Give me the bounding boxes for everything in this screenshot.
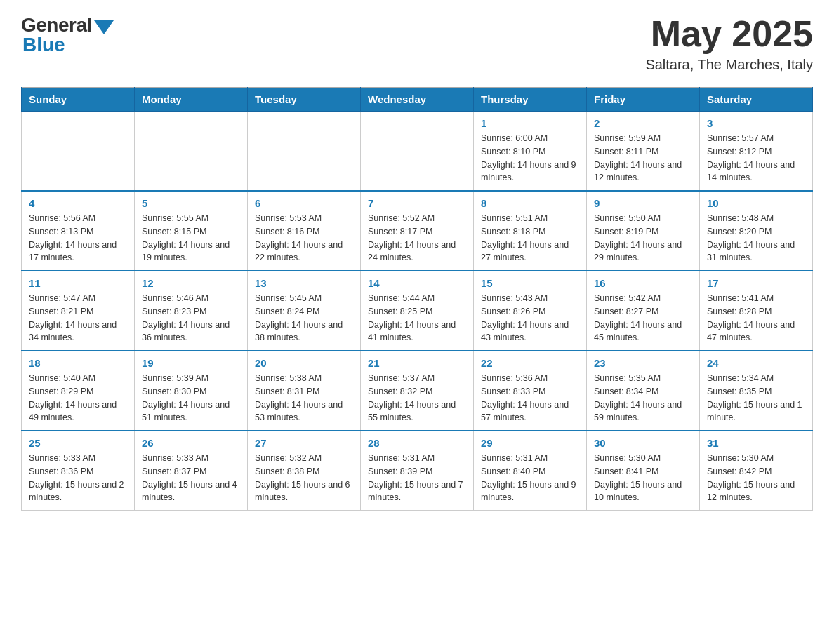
calendar-table: SundayMondayTuesdayWednesdayThursdayFrid… (21, 87, 813, 511)
header-cell-wednesday: Wednesday (361, 88, 474, 112)
calendar-cell: 22Sunrise: 5:36 AMSunset: 8:33 PMDayligh… (474, 351, 587, 431)
location-text: Saltara, The Marches, Italy (645, 57, 813, 73)
logo: General Blue (21, 14, 114, 56)
calendar-cell: 2Sunrise: 5:59 AMSunset: 8:11 PMDaylight… (587, 112, 700, 192)
calendar-cell: 6Sunrise: 5:53 AMSunset: 8:16 PMDaylight… (248, 191, 361, 271)
calendar-cell: 14Sunrise: 5:44 AMSunset: 8:25 PMDayligh… (361, 271, 474, 351)
day-number: 30 (594, 437, 692, 449)
day-number: 21 (368, 357, 466, 369)
calendar-cell (135, 112, 248, 192)
day-number: 8 (481, 197, 579, 209)
day-number: 14 (368, 277, 466, 289)
day-number: 24 (707, 357, 805, 369)
calendar-cell: 30Sunrise: 5:30 AMSunset: 8:41 PMDayligh… (587, 431, 700, 511)
day-number: 27 (255, 437, 353, 449)
day-number: 19 (142, 357, 240, 369)
calendar-cell: 19Sunrise: 5:39 AMSunset: 8:30 PMDayligh… (135, 351, 248, 431)
day-info: Sunrise: 5:35 AMSunset: 8:34 PMDaylight:… (594, 372, 692, 424)
logo-arrow-icon (94, 20, 114, 34)
calendar-cell (361, 112, 474, 192)
calendar-cell: 26Sunrise: 5:33 AMSunset: 8:37 PMDayligh… (135, 431, 248, 511)
day-number: 1 (481, 117, 579, 129)
month-title: May 2025 (645, 14, 813, 54)
day-info: Sunrise: 5:51 AMSunset: 8:18 PMDaylight:… (481, 212, 579, 264)
calendar-cell: 12Sunrise: 5:46 AMSunset: 8:23 PMDayligh… (135, 271, 248, 351)
day-info: Sunrise: 5:31 AMSunset: 8:39 PMDaylight:… (368, 452, 466, 504)
day-number: 31 (707, 437, 805, 449)
calendar-cell: 17Sunrise: 5:41 AMSunset: 8:28 PMDayligh… (700, 271, 813, 351)
day-number: 10 (707, 197, 805, 209)
calendar-cell: 28Sunrise: 5:31 AMSunset: 8:39 PMDayligh… (361, 431, 474, 511)
day-number: 22 (481, 357, 579, 369)
day-info: Sunrise: 5:30 AMSunset: 8:42 PMDaylight:… (707, 452, 805, 504)
calendar-cell: 29Sunrise: 5:31 AMSunset: 8:40 PMDayligh… (474, 431, 587, 511)
day-number: 6 (255, 197, 353, 209)
day-number: 20 (255, 357, 353, 369)
calendar-week-4: 18Sunrise: 5:40 AMSunset: 8:29 PMDayligh… (22, 351, 813, 431)
day-number: 18 (29, 357, 127, 369)
day-info: Sunrise: 5:36 AMSunset: 8:33 PMDaylight:… (481, 372, 579, 424)
calendar-cell: 3Sunrise: 5:57 AMSunset: 8:12 PMDaylight… (700, 112, 813, 192)
calendar-cell: 15Sunrise: 5:43 AMSunset: 8:26 PMDayligh… (474, 271, 587, 351)
day-info: Sunrise: 5:53 AMSunset: 8:16 PMDaylight:… (255, 212, 353, 264)
day-info: Sunrise: 5:48 AMSunset: 8:20 PMDaylight:… (707, 212, 805, 264)
day-info: Sunrise: 5:50 AMSunset: 8:19 PMDaylight:… (594, 212, 692, 264)
day-number: 13 (255, 277, 353, 289)
header-cell-saturday: Saturday (700, 88, 813, 112)
calendar-cell (22, 112, 135, 192)
calendar-week-5: 25Sunrise: 5:33 AMSunset: 8:36 PMDayligh… (22, 431, 813, 511)
page-header: General Blue May 2025 Saltara, The March… (21, 14, 813, 73)
day-info: Sunrise: 5:55 AMSunset: 8:15 PMDaylight:… (142, 212, 240, 264)
calendar-cell: 5Sunrise: 5:55 AMSunset: 8:15 PMDaylight… (135, 191, 248, 271)
calendar-body: 1Sunrise: 6:00 AMSunset: 8:10 PMDaylight… (22, 112, 813, 511)
calendar-cell (248, 112, 361, 192)
day-info: Sunrise: 5:33 AMSunset: 8:37 PMDaylight:… (142, 452, 240, 504)
calendar-header: SundayMondayTuesdayWednesdayThursdayFrid… (22, 88, 813, 112)
day-info: Sunrise: 5:34 AMSunset: 8:35 PMDaylight:… (707, 372, 805, 424)
day-info: Sunrise: 5:32 AMSunset: 8:38 PMDaylight:… (255, 452, 353, 504)
day-info: Sunrise: 5:40 AMSunset: 8:29 PMDaylight:… (29, 372, 127, 424)
day-info: Sunrise: 5:41 AMSunset: 8:28 PMDaylight:… (707, 292, 805, 344)
day-number: 26 (142, 437, 240, 449)
day-info: Sunrise: 5:30 AMSunset: 8:41 PMDaylight:… (594, 452, 692, 504)
day-info: Sunrise: 5:52 AMSunset: 8:17 PMDaylight:… (368, 212, 466, 264)
calendar-cell: 16Sunrise: 5:42 AMSunset: 8:27 PMDayligh… (587, 271, 700, 351)
day-info: Sunrise: 5:33 AMSunset: 8:36 PMDaylight:… (29, 452, 127, 504)
day-info: Sunrise: 6:00 AMSunset: 8:10 PMDaylight:… (481, 132, 579, 185)
calendar-cell: 20Sunrise: 5:38 AMSunset: 8:31 PMDayligh… (248, 351, 361, 431)
header-cell-sunday: Sunday (22, 88, 135, 112)
day-info: Sunrise: 5:44 AMSunset: 8:25 PMDaylight:… (368, 292, 466, 344)
calendar-cell: 1Sunrise: 6:00 AMSunset: 8:10 PMDaylight… (474, 112, 587, 192)
day-number: 7 (368, 197, 466, 209)
day-info: Sunrise: 5:45 AMSunset: 8:24 PMDaylight:… (255, 292, 353, 344)
calendar-week-3: 11Sunrise: 5:47 AMSunset: 8:21 PMDayligh… (22, 271, 813, 351)
calendar-cell: 23Sunrise: 5:35 AMSunset: 8:34 PMDayligh… (587, 351, 700, 431)
calendar-cell: 31Sunrise: 5:30 AMSunset: 8:42 PMDayligh… (700, 431, 813, 511)
day-number: 2 (594, 117, 692, 129)
day-number: 17 (707, 277, 805, 289)
day-number: 4 (29, 197, 127, 209)
header-cell-tuesday: Tuesday (248, 88, 361, 112)
day-number: 23 (594, 357, 692, 369)
header-cell-thursday: Thursday (474, 88, 587, 112)
calendar-cell: 13Sunrise: 5:45 AMSunset: 8:24 PMDayligh… (248, 271, 361, 351)
calendar-cell: 9Sunrise: 5:50 AMSunset: 8:19 PMDaylight… (587, 191, 700, 271)
header-cell-monday: Monday (135, 88, 248, 112)
day-info: Sunrise: 5:56 AMSunset: 8:13 PMDaylight:… (29, 212, 127, 264)
calendar-cell: 24Sunrise: 5:34 AMSunset: 8:35 PMDayligh… (700, 351, 813, 431)
day-info: Sunrise: 5:47 AMSunset: 8:21 PMDaylight:… (29, 292, 127, 344)
calendar-cell: 25Sunrise: 5:33 AMSunset: 8:36 PMDayligh… (22, 431, 135, 511)
day-number: 29 (481, 437, 579, 449)
day-number: 9 (594, 197, 692, 209)
calendar-cell: 7Sunrise: 5:52 AMSunset: 8:17 PMDaylight… (361, 191, 474, 271)
day-number: 25 (29, 437, 127, 449)
day-number: 15 (481, 277, 579, 289)
calendar-cell: 11Sunrise: 5:47 AMSunset: 8:21 PMDayligh… (22, 271, 135, 351)
day-info: Sunrise: 5:31 AMSunset: 8:40 PMDaylight:… (481, 452, 579, 504)
title-section: May 2025 Saltara, The Marches, Italy (645, 14, 813, 73)
logo-blue-text: Blue (21, 34, 65, 56)
day-number: 11 (29, 277, 127, 289)
day-number: 28 (368, 437, 466, 449)
day-info: Sunrise: 5:38 AMSunset: 8:31 PMDaylight:… (255, 372, 353, 424)
calendar-cell: 18Sunrise: 5:40 AMSunset: 8:29 PMDayligh… (22, 351, 135, 431)
